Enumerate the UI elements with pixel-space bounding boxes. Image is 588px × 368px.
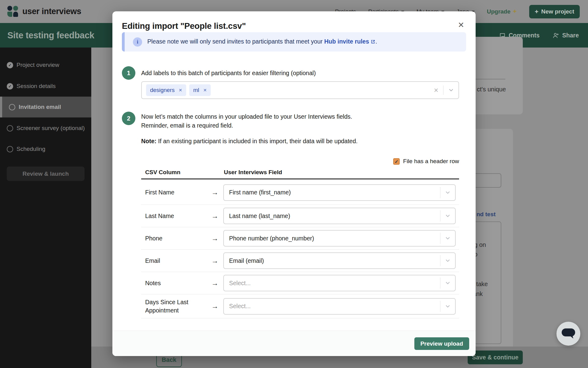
field-select-last-name[interactable]: Last name (last_name) (223, 208, 456, 224)
chat-launcher-button[interactable] (556, 322, 580, 346)
sidebar-item-project-overview[interactable]: ✓ Project overview (0, 57, 91, 73)
arrow-right-icon: → (206, 257, 223, 265)
checkbox-label: File has a header row (403, 158, 459, 165)
table-row: Last Name → Last name (last_name) (141, 205, 459, 227)
share-person-icon (552, 32, 559, 39)
logo-text: user interviews (22, 7, 81, 16)
step-2-note: Note: If an existing participant is incl… (141, 138, 358, 145)
info-banner: i Please note we will only send invites … (122, 32, 466, 52)
field-select-phone[interactable]: Phone number (phone_number) (223, 230, 456, 247)
table-row: Notes → Select... (141, 272, 459, 294)
mapping-table: First Name → First name (first_name) Las… (141, 180, 459, 318)
hub-invite-rules-link[interactable]: Hub invite rules (324, 38, 369, 45)
divider (443, 86, 443, 95)
chevron-down-icon[interactable] (448, 87, 454, 93)
arrow-right-icon: → (206, 188, 223, 197)
table-row: First Name → First name (first_name) (141, 180, 459, 205)
upgrade-link[interactable]: Upgrade✦ (487, 8, 517, 15)
plus-icon: + (535, 10, 538, 14)
user-interviews-logo-icon (7, 6, 19, 17)
tag-chip-ml[interactable]: ml ✕ (189, 84, 211, 96)
header-row-checkbox-row[interactable]: ✓ File has a header row (141, 158, 459, 165)
chevron-down-icon (445, 235, 451, 241)
field-select-days-since-last-appointment[interactable]: Select... (223, 298, 456, 315)
field-select-notes[interactable]: Select... (223, 275, 456, 291)
close-icon[interactable]: ✕ (457, 20, 466, 30)
field-select-first-name[interactable]: First name (first_name) (223, 184, 456, 201)
background-input-fragment (472, 173, 501, 188)
page-title: Site testing feedback (7, 30, 94, 40)
chevron-down-icon (445, 303, 451, 309)
remove-tag-icon[interactable]: ✕ (203, 88, 207, 93)
chevron-down-icon (445, 190, 451, 196)
share-button[interactable]: Share (552, 32, 579, 39)
step-2-badge: 2 (122, 112, 135, 125)
chevron-down-icon (445, 280, 451, 286)
mapping-table-header: CSV Column User Interviews Field (141, 169, 459, 179)
chevron-down-icon (445, 213, 451, 219)
sidebar-item-scheduling[interactable]: Scheduling (0, 141, 91, 157)
new-project-button[interactable]: +New project (529, 5, 580, 18)
chevron-down-icon (445, 258, 451, 264)
banner-text: Please note we will only send invites to… (147, 38, 377, 46)
sparkle-icon: ✦ (513, 8, 517, 15)
table-row: Days Since Last Appointment → Select... (141, 294, 459, 318)
arrow-right-icon: → (206, 212, 223, 220)
step-complete-icon: ✓ (7, 62, 13, 68)
step-incomplete-icon (7, 125, 13, 132)
banner-accent-bar (122, 32, 125, 52)
step-1-label: Add labels to this batch of participants… (141, 70, 316, 77)
step-complete-icon: ✓ (7, 83, 13, 90)
review-launch-button[interactable]: Review & launch (7, 167, 85, 181)
preview-upload-button[interactable]: Preview upload (414, 337, 469, 350)
app: user interviews Projects Participants My… (0, 0, 588, 368)
project-steps-sidebar: ✓ Project overview ✓ Session details Inv… (0, 48, 91, 368)
edit-import-modal: Editing import "People list.csv" ✕ i Ple… (112, 11, 476, 356)
external-link-icon (371, 39, 375, 46)
step-2-label: Now let’s match the columns in your uplo… (141, 112, 352, 130)
background-link-fragment: nd test (477, 211, 496, 218)
clear-all-icon[interactable]: ✕ (434, 87, 439, 94)
arrow-right-icon: → (206, 234, 223, 243)
arrow-right-icon: → (206, 302, 223, 310)
table-row: Phone → Phone number (phone_number) (141, 227, 459, 250)
column-header-csv: CSV Column (145, 169, 180, 176)
modal-title: Editing import "People list.csv" (122, 21, 246, 31)
background-text-fragment: g on (474, 241, 486, 248)
step-1-badge: 1 (122, 66, 135, 80)
remove-tag-icon[interactable]: ✕ (179, 88, 182, 93)
info-icon: i (133, 37, 142, 47)
field-select-email[interactable]: Email (email) (223, 252, 456, 269)
sidebar-item-session-details[interactable]: ✓ Session details (0, 78, 91, 94)
modal-footer: Preview upload (112, 331, 476, 356)
logo[interactable]: user interviews (7, 6, 81, 17)
sidebar-item-screener-survey[interactable]: Screener survey (optional) (0, 120, 91, 136)
checkbox-checked-icon[interactable]: ✓ (393, 158, 400, 165)
arrow-right-icon: → (206, 279, 223, 287)
sidebar-item-invitation-email[interactable]: Invitation email (0, 97, 91, 117)
background-text-fragment: ct's unique (477, 86, 506, 93)
step-incomplete-icon (9, 104, 15, 110)
save-continue-button[interactable]: Save & continue (468, 351, 523, 364)
tag-chip-designers[interactable]: designers ✕ (146, 84, 186, 96)
column-header-field: User Interviews Field (224, 169, 282, 176)
chat-bubble-icon (561, 328, 575, 339)
table-row: Email → Email (email) (141, 250, 459, 272)
labels-multiselect-input[interactable]: designers ✕ ml ✕ ✕ (141, 81, 459, 99)
step-incomplete-icon (7, 146, 13, 152)
